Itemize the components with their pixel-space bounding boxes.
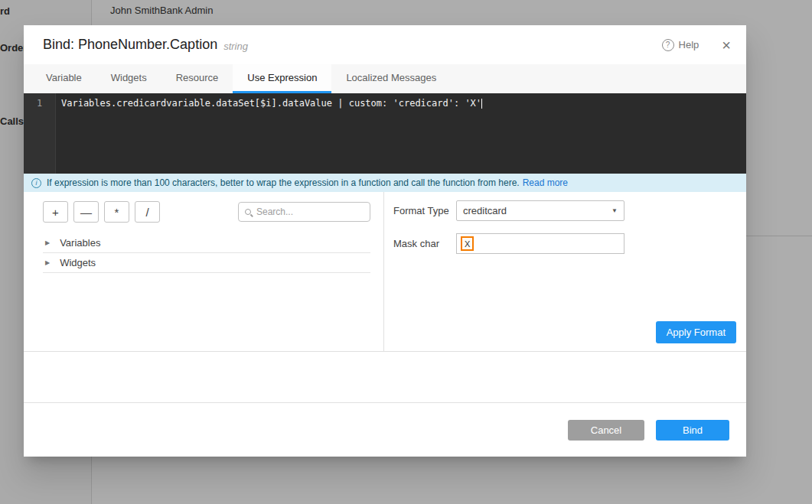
line-number-gutter: 1 xyxy=(24,93,56,174)
format-panel: Format Type creditcard ▼ Mask char X App… xyxy=(383,192,746,351)
format-type-value: creditcard xyxy=(463,205,611,216)
operator-toolbar: + — * / xyxy=(43,201,370,223)
info-banner: i If expression is more than 100 charact… xyxy=(24,174,746,192)
tab-variable[interactable]: Variable xyxy=(31,64,96,93)
minus-operator-button[interactable]: — xyxy=(73,201,99,223)
read-more-link[interactable]: Read more xyxy=(523,177,568,188)
expression-editor[interactable]: 1 Variables.credicardvariable.dataSet[$i… xyxy=(24,93,746,174)
expression-text: Variables.credicardvariable.dataSet[$i].… xyxy=(61,98,481,109)
dialog-body: + — * / ▶ Variables ▶ W xyxy=(24,192,746,352)
mask-char-row: Mask char X xyxy=(393,233,736,254)
info-icon: i xyxy=(31,178,41,188)
dialog-spacer xyxy=(24,352,746,403)
cancel-button[interactable]: Cancel xyxy=(568,420,644,441)
line-number: 1 xyxy=(37,98,42,109)
expression-builder-panel: + — * / ▶ Variables ▶ W xyxy=(24,192,383,351)
dialog-header: Bind: PhoneNumber.Caption string ? Help … xyxy=(24,25,746,64)
tree-item-widgets[interactable]: ▶ Widgets xyxy=(43,253,370,273)
format-type-label: Format Type xyxy=(393,205,456,216)
tab-localized-messages[interactable]: Localized Messages xyxy=(331,64,451,93)
help-icon: ? xyxy=(662,39,674,51)
expression-code-line[interactable]: Variables.credicardvariable.dataSet[$i].… xyxy=(56,93,746,174)
multiply-operator-button[interactable]: * xyxy=(104,201,129,223)
chevron-right-icon[interactable]: ▶ xyxy=(45,259,50,266)
dialog-tab-bar: Variable Widgets Resource Use Expression… xyxy=(24,64,746,93)
search-icon xyxy=(245,209,251,215)
help-button[interactable]: ? Help xyxy=(662,39,699,51)
tab-resource[interactable]: Resource xyxy=(161,64,233,93)
tab-use-expression[interactable]: Use Expression xyxy=(233,64,331,93)
tree-item-variables[interactable]: ▶ Variables xyxy=(43,233,370,253)
close-icon[interactable]: × xyxy=(722,37,731,53)
plus-operator-button[interactable]: + xyxy=(43,201,68,223)
help-label: Help xyxy=(679,39,699,50)
dialog-title: Bind: PhoneNumber.Caption xyxy=(43,37,217,53)
format-type-select[interactable]: creditcard ▼ xyxy=(456,200,624,221)
bind-button[interactable]: Bind xyxy=(656,420,729,441)
tab-widgets[interactable]: Widgets xyxy=(96,64,161,93)
text-cursor xyxy=(481,99,482,109)
chevron-down-icon: ▼ xyxy=(611,207,618,214)
search-box xyxy=(238,202,370,222)
tree-item-label: Variables xyxy=(60,237,100,249)
search-input[interactable] xyxy=(256,206,375,217)
binding-type-badge: string xyxy=(223,41,248,52)
bind-dialog: Bind: PhoneNumber.Caption string ? Help … xyxy=(24,25,746,457)
source-tree: ▶ Variables ▶ Widgets xyxy=(43,233,370,273)
mask-char-label: Mask char xyxy=(393,238,456,249)
chevron-right-icon[interactable]: ▶ xyxy=(45,239,50,246)
mask-char-input[interactable]: X xyxy=(456,233,624,254)
apply-format-button[interactable]: Apply Format xyxy=(656,321,736,343)
dialog-footer: Cancel Bind xyxy=(24,403,746,457)
divide-operator-button[interactable]: / xyxy=(135,201,160,223)
tree-item-label: Widgets xyxy=(60,257,96,268)
page: rd Order Calls John SmithBank Admin Bind… xyxy=(0,0,812,504)
mask-char-value[interactable]: X xyxy=(461,236,474,251)
format-type-row: Format Type creditcard ▼ xyxy=(393,200,736,221)
info-banner-text: If expression is more than 100 character… xyxy=(47,177,520,188)
